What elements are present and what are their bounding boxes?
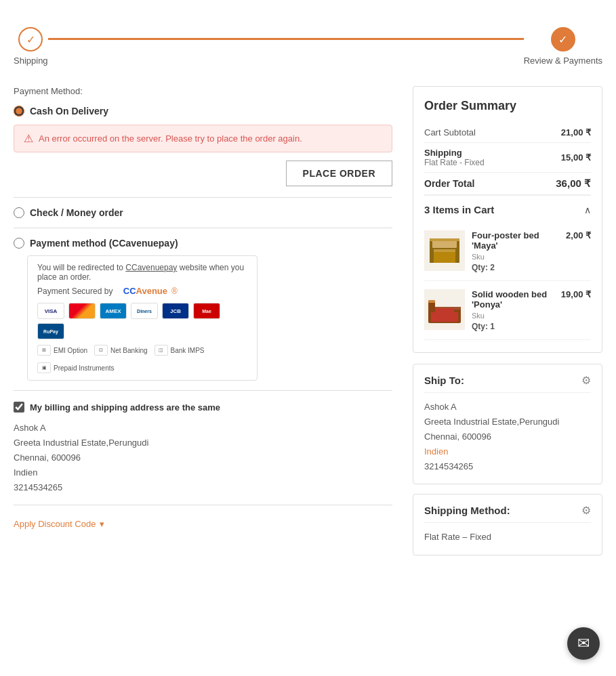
prepaid-label: Prepaid Instruments bbox=[54, 364, 115, 372]
payment-icons-row: VISA AMEX Diners JCB Mae RuPay bbox=[37, 303, 247, 339]
mastercard-icon bbox=[68, 303, 96, 319]
svg-rect-3 bbox=[430, 249, 459, 252]
emi-icon: ⊞ bbox=[37, 345, 51, 356]
ship-to-header: Ship To: ⚙ bbox=[424, 374, 591, 393]
ship-phone: 3214534265 bbox=[424, 459, 591, 474]
visa-icon: VISA bbox=[37, 303, 64, 319]
left-panel: Payment Method: Cash On Delivery ⚠ An er… bbox=[14, 86, 392, 529]
cart-item-maya-name: Four-poster bed 'Maya' bbox=[472, 230, 559, 251]
cart-item-maya-price: 2,00 ₹ bbox=[566, 230, 591, 272]
billing-checkbox-label[interactable]: My billing and shipping address are the … bbox=[30, 402, 220, 413]
check-radio-option[interactable]: Check / Money order bbox=[14, 207, 392, 218]
step-connector bbox=[48, 38, 524, 40]
billing-checkbox[interactable] bbox=[14, 402, 24, 413]
ship-city: Chennai, 600096 bbox=[424, 429, 591, 444]
amex-icon: AMEX bbox=[100, 303, 127, 319]
diners-icon: Diners bbox=[131, 303, 158, 319]
step-shipping: ✓ Shipping bbox=[14, 27, 48, 66]
divider-3 bbox=[14, 390, 392, 391]
cart-item-ponya-sku: Sku bbox=[472, 312, 554, 320]
chevron-down-icon: ▾ bbox=[100, 519, 104, 529]
shipping-circle: ✓ bbox=[18, 27, 43, 51]
billing-phone: 3214534265 bbox=[14, 480, 392, 495]
order-summary-box: Order Summary Cart Subtotal 21,00 ₹ Ship… bbox=[413, 86, 602, 353]
shipping-method-value: Flat Rate – Fixed bbox=[424, 530, 591, 545]
ship-to-gear-icon[interactable]: ⚙ bbox=[581, 374, 591, 387]
shipping-method-gear-icon[interactable]: ⚙ bbox=[581, 504, 591, 517]
check-radio[interactable] bbox=[14, 207, 24, 218]
svg-rect-9 bbox=[432, 241, 457, 248]
net-banking-label: Net Banking bbox=[110, 347, 147, 354]
ccavenue-label[interactable]: Payment method (CCavenuepay) bbox=[30, 238, 178, 249]
svg-rect-7 bbox=[457, 238, 459, 263]
cart-item-ponya: Solid wooden bed 'Ponya' Sku Qty: 1 19,0… bbox=[424, 281, 591, 340]
ship-to-address: Ashok A Greeta Industrial Estate,Perungu… bbox=[424, 400, 591, 474]
ship-street: Greeta Industrial Estate,Perungudi bbox=[424, 415, 591, 429]
divider-1 bbox=[14, 197, 392, 198]
review-circle: ✓ bbox=[551, 27, 575, 51]
cart-item-ponya-name: Solid wooden bed 'Ponya' bbox=[472, 289, 554, 310]
prepaid-icon: ▣ bbox=[37, 362, 51, 373]
ship-to-section: Ship To: ⚙ Ashok A Greeta Industrial Est… bbox=[413, 364, 602, 484]
billing-checkbox-row[interactable]: My billing and shipping address are the … bbox=[14, 402, 392, 413]
ccavenue-registered: ® bbox=[171, 287, 178, 296]
items-in-cart-header[interactable]: 3 Items in Cart ∧ bbox=[424, 195, 591, 222]
bank-imps-option: ◫ Bank IMPS bbox=[155, 345, 205, 356]
ccavenue-brand: CCAvenue bbox=[123, 286, 167, 296]
divider-4 bbox=[14, 505, 392, 505]
items-in-cart-label: 3 Items in Cart bbox=[424, 204, 494, 215]
net-banking-option: ⊡ Net Banking bbox=[94, 345, 147, 356]
prepaid-option: ▣ Prepaid Instruments bbox=[37, 362, 115, 373]
bank-imps-icon: ◫ bbox=[155, 345, 168, 356]
ccavenue-radio[interactable] bbox=[14, 238, 24, 249]
order-total-row: Order Total 36,00 ₹ bbox=[424, 173, 591, 195]
ccavenue-redirect-note: You will be redirected to CCavenuepay we… bbox=[37, 263, 247, 282]
payment-method-title: Payment Method: bbox=[14, 86, 392, 96]
cart-item-maya: Four-poster bed 'Maya' Sku Qty: 2 2,00 ₹ bbox=[424, 222, 591, 281]
shipping-label: Shipping bbox=[14, 56, 48, 66]
progress-bar: ✓ Shipping ✓ Review & Payments bbox=[14, 14, 602, 86]
shipping-label: Shipping bbox=[424, 148, 485, 158]
billing-address-block: Ashok A Greeta Industrial Estate,Perungu… bbox=[14, 421, 392, 495]
cod-radio-option[interactable]: Cash On Delivery bbox=[14, 106, 392, 117]
order-total-label: Order Total bbox=[424, 178, 474, 189]
billing-country: Indien bbox=[14, 465, 392, 480]
svg-rect-6 bbox=[430, 238, 432, 263]
shipping-row: Shipping Flat Rate - Fixed 15,00 ₹ bbox=[424, 143, 591, 173]
order-summary-title: Order Summary bbox=[424, 99, 591, 113]
shipping-amount: 15,00 ₹ bbox=[561, 152, 591, 163]
ship-country: Indien bbox=[424, 444, 591, 459]
divider-2 bbox=[14, 228, 392, 228]
maestro-icon: Mae bbox=[193, 303, 220, 319]
cart-item-maya-qty: Qty: 2 bbox=[472, 263, 559, 272]
shipping-sub-label: Flat Rate - Fixed bbox=[424, 158, 485, 167]
right-panel: Order Summary Cart Subtotal 21,00 ₹ Ship… bbox=[413, 86, 602, 565]
cart-item-ponya-qty: Qty: 1 bbox=[472, 322, 554, 331]
error-message-text: An error occurred on the server. Please … bbox=[39, 133, 302, 144]
cart-subtotal-label: Cart Subtotal bbox=[424, 127, 476, 138]
place-order-button[interactable]: PLACE ORDER bbox=[286, 161, 392, 186]
redirect-prefix: You will be redirected to bbox=[37, 263, 125, 272]
bank-imps-label: Bank IMPS bbox=[171, 347, 205, 354]
order-total-amount: 36,00 ₹ bbox=[556, 177, 591, 190]
review-label: Review & Payments bbox=[524, 56, 602, 66]
discount-code-label[interactable]: Apply Discount Code bbox=[14, 519, 96, 529]
check-label[interactable]: Check / Money order bbox=[30, 207, 123, 218]
cart-item-maya-qty-value: 2 bbox=[490, 263, 495, 272]
shipping-method-header: Shipping Method: ⚙ bbox=[424, 504, 591, 523]
cart-item-ponya-image bbox=[424, 289, 465, 330]
emi-option: ⊞ EMI Option bbox=[37, 345, 87, 356]
svg-rect-1 bbox=[430, 251, 459, 263]
step-review: ✓ Review & Payments bbox=[524, 27, 602, 66]
cart-item-maya-sku: Sku bbox=[472, 253, 559, 261]
ccavenue-radio-option[interactable]: Payment method (CCavenuepay) bbox=[14, 238, 392, 249]
billing-street: Greeta Industrial Estate,Perungudi bbox=[14, 436, 392, 450]
shipping-method-section: Shipping Method: ⚙ Flat Rate – Fixed bbox=[413, 494, 602, 555]
cart-item-ponya-price: 19,00 ₹ bbox=[561, 289, 591, 331]
cart-item-maya-details: Four-poster bed 'Maya' Sku Qty: 2 bbox=[472, 230, 559, 272]
discount-code-row[interactable]: Apply Discount Code ▾ bbox=[14, 519, 392, 529]
svg-rect-8 bbox=[430, 238, 459, 241]
billing-name: Ashok A bbox=[14, 421, 392, 436]
cod-radio[interactable] bbox=[14, 106, 24, 117]
cod-label[interactable]: Cash On Delivery bbox=[30, 106, 108, 117]
